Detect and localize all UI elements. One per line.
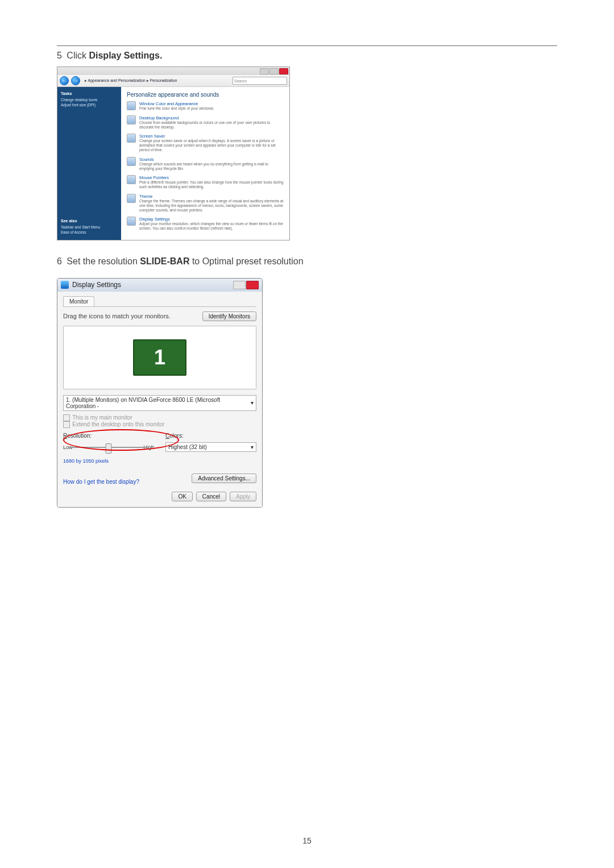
item-theme[interactable]: ThemeChange the theme. Themes can change…: [127, 194, 284, 212]
resolution-value: 1680 by 1050 pixels: [63, 458, 154, 464]
screenshot-personalization: ← → ▸ Appearance and Personalization ▸ P…: [57, 67, 290, 240]
screen-saver-icon: [127, 134, 136, 143]
step-6-prefix: Set the resolution: [67, 256, 140, 266]
step-6-number: 6: [57, 256, 62, 266]
identify-monitors-button[interactable]: Identify Monitors: [202, 312, 256, 321]
step-5-bold: Display Settings.: [89, 51, 162, 60]
tab-monitor[interactable]: Monitor: [63, 296, 94, 306]
drag-icons-label: Drag the icons to match your monitors.: [63, 313, 171, 319]
sidebar-seealso: See also: [61, 219, 118, 223]
address-bar: ← → ▸ Appearance and Personalization ▸ P…: [57, 75, 289, 87]
cancel-button[interactable]: Cancel: [196, 492, 226, 501]
desktop-background-icon: [127, 115, 136, 124]
dialog-title: Display Settings: [72, 281, 230, 289]
highlight-oval: [63, 429, 179, 451]
window-color-icon: [127, 101, 136, 110]
maximize-button[interactable]: [269, 68, 279, 74]
close-button[interactable]: [279, 68, 288, 74]
dialog-minimize-button[interactable]: [233, 281, 246, 289]
sidebar-link[interactable]: Ease of Access: [61, 230, 118, 234]
tab-strip: Monitor: [63, 296, 256, 307]
step-5-line: 5 Click Display Settings.: [57, 51, 557, 61]
step-6-suffix: to Optimal preset resolution: [189, 256, 303, 266]
step-6-line: 6 Set the resolution SLIDE-BAR to Optima…: [57, 256, 557, 267]
dialog-icon: [61, 281, 69, 289]
step-5-number: 5: [57, 51, 62, 60]
personalization-main: Personalize appearance and sounds Window…: [121, 87, 289, 240]
breadcrumb[interactable]: ▸ Appearance and Personalization ▸ Perso…: [82, 78, 230, 83]
sidebar-link[interactable]: Taskbar and Start Menu: [61, 225, 118, 229]
forward-button[interactable]: →: [71, 76, 80, 85]
sidebar-link[interactable]: Adjust font size (DPI): [61, 103, 118, 107]
monitor-1-box[interactable]: 1: [133, 339, 186, 376]
checkbox-icon: [63, 421, 70, 428]
colors-dropdown[interactable]: Highest (32 bit) ▾: [165, 442, 256, 452]
monitor-dropdown-value: 1. (Multiple Monitors) on NVIDIA GeForce…: [66, 397, 251, 409]
minimize-button[interactable]: [260, 68, 269, 74]
top-rule: [57, 45, 557, 46]
dialog-close-button[interactable]: [246, 281, 259, 289]
chevron-down-icon: ▾: [251, 444, 254, 450]
chevron-down-icon: ▾: [251, 400, 254, 406]
window-titlebar: [57, 67, 289, 75]
item-mouse-pointers[interactable]: Mouse PointersPick a different mouse poi…: [127, 175, 284, 189]
main-monitor-checkbox: This is my main monitor: [63, 414, 256, 421]
item-desktop-background[interactable]: Desktop BackgroundChoose from available …: [127, 115, 284, 130]
dialog-titlebar: Display Settings: [57, 279, 262, 292]
extend-desktop-label: Extend the desktop onto this monitor: [72, 421, 164, 427]
main-heading: Personalize appearance and sounds: [127, 92, 284, 98]
checkbox-icon: [63, 414, 70, 421]
item-sounds[interactable]: SoundsChange which sounds are heard when…: [127, 157, 284, 171]
search-input[interactable]: Search: [233, 77, 287, 85]
back-button[interactable]: ←: [60, 76, 69, 85]
item-window-color[interactable]: Window Color and AppearanceFine tune the…: [127, 101, 284, 111]
sidebar-link[interactable]: Change desktop icons: [61, 98, 118, 102]
item-display-settings[interactable]: Display SettingsAdjust your monitor reso…: [127, 217, 284, 231]
main-monitor-label: This is my main monitor: [72, 414, 132, 421]
monitor-number: 1: [154, 346, 165, 369]
colors-value: Highest (32 bit): [168, 444, 207, 450]
mouse-pointers-icon: [127, 175, 136, 184]
advanced-settings-button[interactable]: Advanced Settings...: [192, 474, 256, 483]
sidebar-title: Tasks: [61, 92, 118, 95]
extend-desktop-checkbox: Extend the desktop onto this monitor: [63, 421, 256, 428]
item-screen-saver[interactable]: Screen SaverChange your screen saver or …: [127, 134, 284, 152]
display-settings-icon: [127, 217, 136, 226]
help-link[interactable]: How do I get the best display?: [63, 479, 139, 485]
step-6-bold: SLIDE-BAR: [140, 256, 189, 266]
colors-label: Colors:: [165, 433, 256, 439]
search-placeholder: Search: [234, 79, 247, 83]
monitor-preview-well[interactable]: 1: [63, 326, 256, 389]
theme-icon: [127, 194, 136, 203]
sounds-icon: [127, 157, 136, 166]
ok-button[interactable]: OK: [172, 492, 192, 501]
apply-button[interactable]: Apply: [230, 492, 256, 501]
tasks-sidebar: Tasks Change desktop icons Adjust font s…: [57, 87, 121, 240]
monitor-dropdown[interactable]: 1. (Multiple Monitors) on NVIDIA GeForce…: [63, 395, 256, 411]
page-number: 15: [0, 836, 614, 845]
step-5-prefix: Click: [67, 51, 89, 60]
screenshot-display-settings: Display Settings Monitor Drag the icons …: [57, 278, 263, 508]
